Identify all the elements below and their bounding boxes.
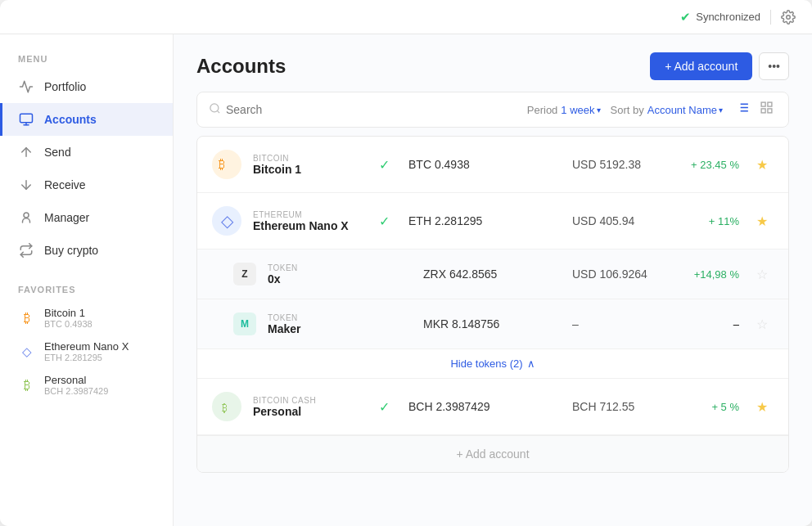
coin-type-mkr: TOKEN	[268, 313, 374, 322]
table-area: Period 1 week ▾ Sort by Account Name ▾	[174, 92, 812, 526]
favorites-label: FAVORITES	[0, 285, 173, 301]
search-area	[209, 102, 517, 117]
period-label: Period	[527, 104, 558, 116]
table-row[interactable]: ₿ BITCOIN Bitcoin 1 ✓ BTC 0.4938 USD 519…	[197, 137, 788, 193]
period-selector: Period 1 week ▾	[527, 104, 601, 116]
coin-type-personal: BITCOIN CASH	[253, 396, 359, 405]
sidebar-item-accounts[interactable]: Accounts	[0, 103, 173, 136]
svg-point-6	[24, 213, 29, 218]
sort-value[interactable]: Account Name ▾	[647, 104, 723, 116]
star-mkr[interactable]: ☆	[751, 317, 774, 332]
balance-mkr: MKR 8.148756	[423, 317, 561, 330]
btc-account-icon: ₿	[212, 150, 241, 179]
toolbar-right: Period 1 week ▾ Sort by Account Name ▾	[527, 99, 777, 120]
table-row[interactable]: Z TOKEN 0x ZRX 642.8565 USD 106.9264 +14…	[197, 250, 788, 299]
change-bitcoin1: + 23.45 %	[674, 159, 739, 171]
favorite-item-ethernano[interactable]: ◇ Ethereum Nano X ETH 2.281295	[0, 335, 173, 368]
account-info-bitcoin1: BITCOIN Bitcoin 1	[253, 154, 359, 176]
balance-personal: BCH 2.3987429	[408, 400, 561, 413]
sync-label: Synchronized	[696, 11, 760, 23]
sync-check-personal: ✓	[371, 399, 397, 415]
hide-tokens-row[interactable]: Hide tokens (2) ∧	[197, 349, 788, 379]
sidebar-label-send: Send	[44, 146, 71, 159]
send-icon	[18, 144, 34, 160]
zrx-account-icon: Z	[233, 263, 256, 285]
favorite-item-bitcoin1[interactable]: ₿ Bitcoin 1 BTC 0.4938	[0, 301, 173, 335]
account-info-mkr: TOKEN Maker	[268, 313, 374, 335]
svg-rect-16	[768, 102, 772, 106]
add-account-row[interactable]: + Add account	[197, 435, 788, 472]
add-account-button[interactable]: + Add account	[650, 52, 752, 80]
svg-rect-15	[761, 102, 765, 106]
header-actions: + Add account •••	[650, 52, 789, 80]
eth-fav-icon: ◇	[18, 343, 36, 361]
fav-bitcoin1-name: Bitcoin 1	[44, 307, 92, 319]
balance-eth: ETH 2.281295	[408, 214, 561, 227]
main-content: Accounts + Add account •••	[174, 34, 812, 526]
sidebar-item-manager[interactable]: Manager	[0, 201, 173, 234]
acc-name-bitcoin1: Bitcoin 1	[253, 163, 359, 176]
sidebar-item-buy-crypto[interactable]: Buy crypto	[0, 234, 173, 267]
svg-text:₿: ₿	[222, 402, 228, 414]
page-title: Accounts	[196, 55, 286, 78]
star-bitcoin1[interactable]: ★	[751, 157, 774, 173]
fav-personal-sub: BCH 2.3987429	[44, 386, 108, 396]
period-chevron-icon: ▾	[597, 106, 601, 115]
star-personal[interactable]: ★	[751, 399, 774, 415]
star-zrx[interactable]: ☆	[751, 267, 774, 282]
svg-point-0	[787, 15, 791, 19]
sidebar-label-portfolio: Portfolio	[44, 80, 86, 93]
sidebar-item-send[interactable]: Send	[0, 136, 173, 169]
menu-label: MENU	[0, 54, 173, 70]
sync-check-eth: ✓	[371, 214, 397, 229]
svg-line-8	[217, 110, 219, 113]
coin-type-eth: ETHEREUM	[253, 210, 359, 219]
balance-bitcoin1: BTC 0.4938	[408, 158, 561, 171]
eth-account-icon: ◇	[212, 206, 241, 236]
buy-crypto-icon	[18, 242, 34, 259]
more-options-button[interactable]: •••	[759, 52, 789, 80]
svg-point-7	[210, 104, 219, 112]
portfolio-icon	[18, 79, 34, 95]
table-row[interactable]: ₿ BITCOIN CASH Personal ✓ BCH 2.3987429 …	[197, 379, 788, 435]
table-row[interactable]: ◇ ETHEREUM Ethereum Nano X ✓ ETH 2.28129…	[197, 193, 788, 250]
acc-name-zrx: 0x	[268, 272, 374, 285]
fav-eth-sub: ETH 2.281295	[44, 353, 129, 362]
favorites-section: FAVORITES ₿ Bitcoin 1 BTC 0.4938 ◇	[0, 280, 173, 402]
sort-selector: Sort by Account Name ▾	[611, 104, 723, 116]
sort-chevron-icon: ▾	[719, 106, 723, 115]
sync-check-bitcoin1: ✓	[371, 157, 397, 173]
usd-mkr: –	[572, 317, 662, 330]
list-view-button[interactable]	[733, 99, 753, 120]
manager-icon	[18, 209, 34, 226]
search-icon	[209, 102, 221, 117]
star-eth[interactable]: ★	[751, 214, 774, 229]
acc-name-eth: Ethereum Nano X	[253, 219, 359, 232]
usd-bitcoin1: USD 5192.38	[572, 158, 662, 171]
sidebar-label-manager: Manager	[44, 211, 89, 224]
add-account-row-label: + Add account	[456, 447, 529, 461]
toolbar: Period 1 week ▾ Sort by Account Name ▾	[196, 92, 789, 128]
table-row[interactable]: M TOKEN Maker MKR 8.148756 – – ☆	[197, 299, 788, 349]
top-bar: ✔ Synchronized	[0, 0, 812, 34]
settings-button[interactable]	[781, 10, 796, 25]
usd-zrx: USD 106.9264	[572, 267, 662, 281]
sync-icon: ✔	[680, 10, 691, 25]
fav-personal-name: Personal	[44, 374, 108, 386]
favorite-item-personal[interactable]: ₿ Personal BCH 2.3987429	[0, 368, 173, 402]
account-info-zrx: TOKEN 0x	[268, 263, 374, 285]
period-value[interactable]: 1 week ▾	[561, 104, 600, 116]
usd-personal: BCH 712.55	[572, 400, 662, 413]
view-toggle	[733, 99, 777, 120]
more-dots: •••	[768, 60, 780, 73]
account-info-eth: ETHEREUM Ethereum Nano X	[253, 210, 359, 232]
search-input[interactable]	[226, 103, 517, 116]
sidebar-label-receive: Receive	[44, 178, 86, 191]
sidebar-item-portfolio[interactable]: Portfolio	[0, 70, 173, 103]
sidebar-item-receive[interactable]: Receive	[0, 169, 173, 201]
svg-rect-1	[20, 114, 33, 123]
acc-name-personal: Personal	[253, 405, 359, 418]
bch-fav-icon: ₿	[18, 376, 36, 394]
change-mkr: –	[674, 318, 739, 330]
grid-view-button[interactable]	[756, 99, 777, 120]
